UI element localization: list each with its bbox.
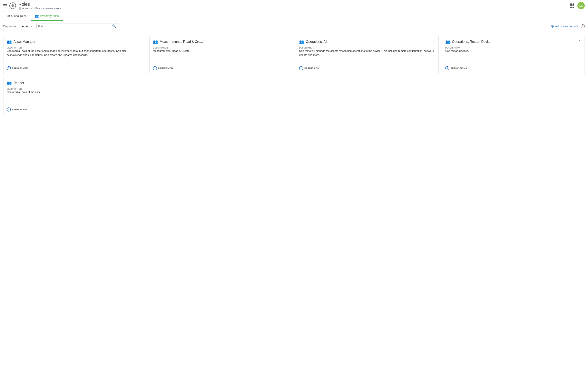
card-divider [7, 105, 143, 105]
cards-grid: 👥 Asset Manager ⋮ DESCRIPTION Can read a… [0, 32, 588, 119]
header-right: CC [570, 2, 585, 9]
card-menu-icon[interactable]: ⋮ [139, 40, 143, 44]
card-title-row: 👥 Measurements: Read & Cre... [153, 39, 203, 44]
card-description-text: Can read all data of the asset. [7, 90, 143, 102]
card-menu-icon[interactable]: ⋮ [285, 40, 289, 44]
avatar[interactable]: CC [577, 2, 585, 9]
header-title-block: Roles 🏢 Accounts > Roles > Inventory rol… [18, 2, 61, 10]
role-icon: 👥 [299, 39, 304, 44]
hamburger-menu-icon[interactable] [3, 4, 7, 7]
tab-inventory-roles[interactable]: 👥 Inventory roles [31, 11, 63, 21]
card-header: 👥 Operations: Restart Device ⋮ [445, 39, 581, 44]
permissions-label: PERMISSION [158, 67, 173, 69]
add-inventory-role-button[interactable]: ⊕ Add inventory role [551, 24, 578, 29]
card-operations-all: 👥 Operations: All ⋮ DESCRIPTION Can remo… [296, 36, 439, 74]
card-description-block: DESCRIPTION Measurements: Read & Create [153, 47, 289, 61]
display-as-select[interactable]: Auto List Grid [20, 24, 33, 29]
breadcrumb-accounts[interactable]: Accounts [22, 7, 32, 10]
card-title: Asset Manager [13, 40, 35, 44]
permissions-label: PERMISSIONS [450, 67, 467, 69]
header-left: ⚙ Roles 🏢 Accounts > Roles > Inventory r… [3, 2, 61, 10]
card-description-label: DESCRIPTION [299, 47, 435, 49]
card-permissions: 1 PERMISSION [7, 108, 143, 111]
card-description-label: DESCRIPTION [153, 47, 289, 49]
card-description-text: Measurements: Read & Create [153, 49, 289, 61]
header: ⚙ Roles 🏢 Accounts > Roles > Inventory r… [0, 0, 588, 11]
tab-inventory-roles-label: Inventory roles [40, 14, 59, 17]
card-header: 👥 Operations: All ⋮ [299, 39, 435, 44]
card-permissions: 3 PERMISSIONS [7, 66, 143, 70]
role-icon: 👥 [445, 39, 450, 44]
display-as-select-wrapper: Auto List Grid [20, 24, 33, 29]
add-icon: ⊕ [551, 24, 554, 29]
add-inventory-role-label: Add inventory role [555, 25, 578, 28]
card-header: 👥 Asset Manager ⋮ [7, 39, 143, 44]
card-menu-icon[interactable]: ⋮ [432, 40, 435, 44]
permission-badge: 1 [7, 108, 11, 111]
filter-wrapper: 🔍 [36, 23, 118, 29]
card-permissions: 1 PERMISSION [299, 66, 435, 70]
card-measurements-read-create: 👥 Measurements: Read & Cre... ⋮ DESCRIPT… [149, 36, 292, 74]
card-description-text: Can read all data of the asset and manag… [7, 49, 143, 61]
card-permissions: 3 PERMISSIONS [445, 66, 581, 70]
card-description-label: DESCRIPTION [7, 88, 143, 90]
card-divider [299, 64, 435, 64]
page-title: Roles [18, 2, 61, 7]
card-menu-icon[interactable]: ⋮ [578, 40, 581, 44]
card-operations-restart-device: 👥 Operations: Restart Device ⋮ DESCRIPTI… [442, 36, 585, 74]
card-description-label: DESCRIPTION [7, 47, 143, 49]
role-icon: 👥 [7, 39, 12, 44]
breadcrumb-icon: 🏢 [18, 7, 21, 10]
card-description-text: Can remotely manage the assets by sendin… [299, 49, 435, 61]
toolbar: Display as Auto List Grid 🔍 ⊕ Add invent… [0, 21, 588, 32]
permission-badge: 3 [7, 66, 11, 70]
breadcrumb-roles[interactable]: Roles [35, 7, 42, 10]
card-description-block: DESCRIPTION Can read all data of the ass… [7, 88, 143, 102]
gear-icon: ⚙ [9, 2, 16, 9]
role-icon: 👥 [7, 81, 12, 85]
card-description-block: DESCRIPTION Can remotely manage the asse… [299, 47, 435, 61]
card-description-text: Can restart devices. [445, 49, 581, 61]
card-title-row: 👥 Operations: All [299, 39, 327, 44]
permissions-label: PERMISSION [304, 67, 319, 69]
tab-global-roles[interactable]: ⇄ Global roles [3, 11, 31, 21]
card-reader: 👥 Reader ⋮ DESCRIPTION Can read all data… [3, 77, 146, 115]
card-divider [445, 64, 581, 64]
permission-badge: 1 [153, 66, 157, 70]
tab-global-roles-label: Global roles [11, 14, 26, 17]
card-title: Operations: Restart Device [452, 40, 491, 44]
permissions-label: PERMISSION [12, 108, 27, 111]
card-description-label: DESCRIPTION [445, 47, 581, 49]
card-title-row: 👥 Reader [7, 81, 24, 85]
role-icon: 👥 [153, 39, 158, 44]
search-icon: 🔍 [112, 24, 116, 28]
tabs: ⇄ Global roles 👥 Inventory roles [0, 11, 588, 21]
card-header: 👥 Measurements: Read & Cre... ⋮ [153, 39, 289, 44]
global-roles-icon: ⇄ [7, 14, 10, 18]
card-asset-manager: 👥 Asset Manager ⋮ DESCRIPTION Can read a… [3, 36, 146, 74]
permission-badge: 1 [299, 66, 303, 70]
breadcrumb-inventory-roles[interactable]: Inventory roles [45, 7, 61, 10]
card-menu-icon[interactable]: ⋮ [139, 81, 143, 85]
card-divider [153, 64, 289, 64]
display-as-label: Display as [3, 25, 17, 28]
breadcrumb: 🏢 Accounts > Roles > Inventory roles [18, 7, 61, 10]
card-permissions: 1 PERMISSION [153, 66, 289, 70]
card-divider [7, 64, 143, 64]
card-description-block: DESCRIPTION Can read all data of the ass… [7, 47, 143, 61]
card-title: Reader [13, 81, 24, 85]
permission-badge: 3 [445, 66, 449, 70]
inventory-roles-icon: 👥 [35, 14, 39, 18]
card-title: Measurements: Read & Cre... [160, 40, 203, 44]
card-title: Operations: All [306, 40, 327, 44]
card-title-row: 👥 Asset Manager [7, 39, 35, 44]
help-icon[interactable]: ? [581, 24, 585, 28]
card-title-row: 👥 Operations: Restart Device [445, 39, 491, 44]
apps-grid-icon[interactable] [570, 3, 574, 8]
card-header: 👥 Reader ⋮ [7, 81, 143, 85]
toolbar-right: ⊕ Add inventory role ? [551, 24, 585, 29]
permissions-label: PERMISSIONS [12, 67, 28, 69]
card-description-block: DESCRIPTION Can restart devices. [445, 47, 581, 61]
filter-input[interactable] [38, 25, 111, 28]
